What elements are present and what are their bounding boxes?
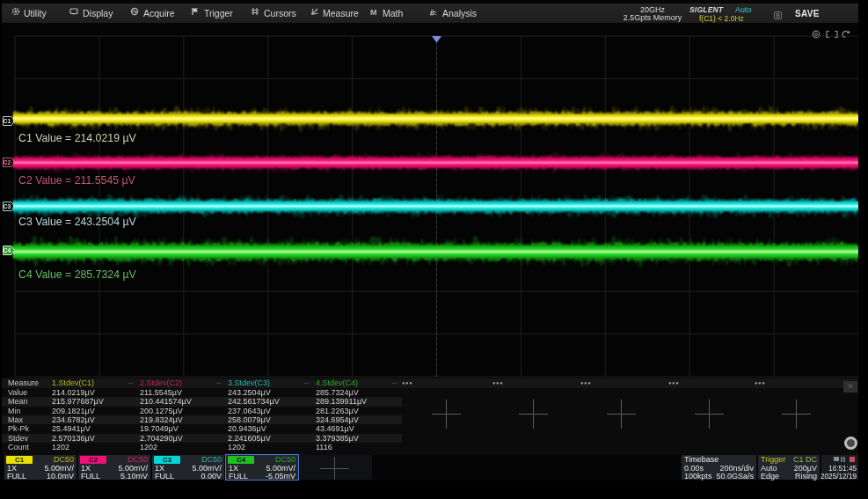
svg-text:C4: C4 [4,247,11,253]
svg-text:𝐵:: 𝐵: [430,9,437,17]
svg-text:C2: C2 [4,159,11,165]
svg-text:M: M [370,8,377,17]
svg-text:C3: C3 [4,203,11,209]
svg-text:C1: C1 [4,118,11,124]
